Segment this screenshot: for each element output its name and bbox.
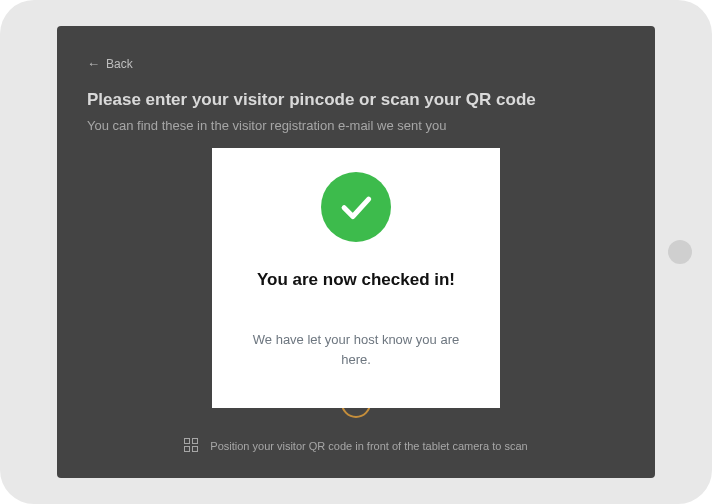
tablet-frame: ← Back Please enter your visitor pincode… (0, 0, 712, 504)
arrow-left-icon: ← (87, 56, 100, 71)
home-button[interactable] (668, 240, 692, 264)
qr-hint-row: Position your visitor QR code in front o… (57, 438, 655, 454)
back-label: Back (106, 57, 133, 71)
success-check-icon (321, 172, 391, 242)
qr-code-icon (184, 438, 200, 454)
screen: ← Back Please enter your visitor pincode… (57, 26, 655, 478)
back-button[interactable]: ← Back (87, 56, 133, 71)
page-subtitle: You can find these in the visitor regist… (87, 118, 446, 133)
modal-title: You are now checked in! (257, 270, 455, 290)
modal-message: We have let your host know you are here. (246, 330, 466, 369)
checkin-success-modal: You are now checked in! We have let your… (212, 148, 500, 408)
page-title: Please enter your visitor pincode or sca… (87, 90, 536, 110)
qr-hint-text: Position your visitor QR code in front o… (210, 440, 527, 452)
